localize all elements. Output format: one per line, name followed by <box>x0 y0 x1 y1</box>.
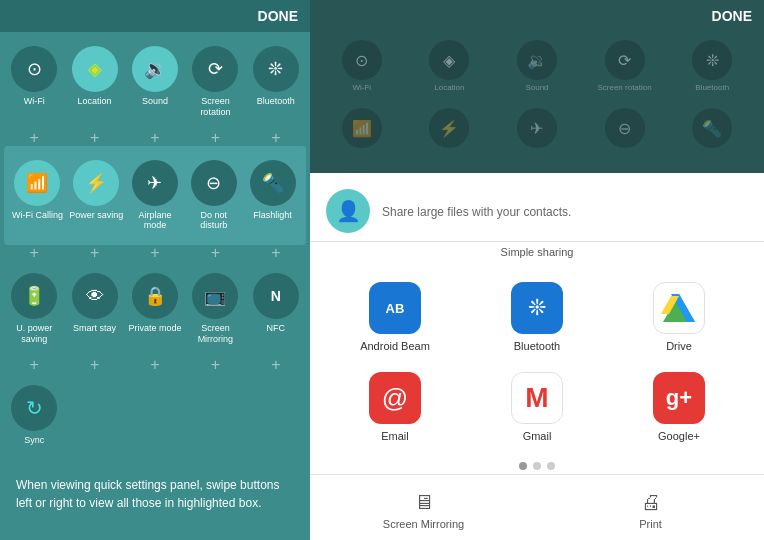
bottom-bar-print[interactable]: Print <box>537 483 764 536</box>
wifi-icon-circle: ⊙ <box>11 46 57 92</box>
overlay-screen-label: Screen rotation <box>597 83 651 92</box>
share-app-drive[interactable]: Drive <box>610 274 748 360</box>
wifi-label: Wi-Fi <box>24 96 45 107</box>
quick-item-smart-stay[interactable]: 👁 Smart stay <box>64 267 124 351</box>
bluetooth-icon-circle: ❊ <box>253 46 299 92</box>
quick-item-wifi[interactable]: ⊙ Wi-Fi <box>4 40 64 124</box>
screen-mirroring-label: Screen Mirroring <box>187 323 243 345</box>
left-done-button[interactable]: DONE <box>258 8 298 24</box>
sync-icon: ↻ <box>26 396 43 420</box>
power-saving-icon: ⚡ <box>85 172 107 194</box>
overlay-flashlight-icon: 🔦 <box>702 119 722 138</box>
overlay-wifi-calling: 📶 <box>318 104 406 155</box>
wifi-calling-label: Wi-Fi Calling <box>12 210 63 221</box>
quick-item-bluetooth[interactable]: ❊ Bluetooth <box>246 40 306 124</box>
overlay-airplane-icon: ✈ <box>530 119 543 138</box>
plus-5: + <box>246 132 306 144</box>
quick-item-flashlight[interactable]: 🔦 Flashlight <box>243 154 302 238</box>
plus-3: + <box>125 132 185 144</box>
quick-item-screen-mirroring[interactable]: 📺 Screen Mirroring <box>185 267 245 351</box>
sound-icon-circle: 🔉 <box>132 46 178 92</box>
quick-item-sound[interactable]: 🔉 Sound <box>125 40 185 124</box>
do-not-disturb-icon-circle: ⊖ <box>191 160 237 206</box>
quick-item-wifi-calling[interactable]: 📶 Wi-Fi Calling <box>8 154 67 238</box>
plus-1: + <box>4 132 64 144</box>
private-mode-label: Private mode <box>128 323 181 334</box>
overlay-wifi: ⊙ Wi-Fi <box>318 36 406 96</box>
plus-6: + <box>4 247 64 259</box>
info-text: When viewing quick settings panel, swipe… <box>0 464 310 524</box>
do-not-disturb-label: Do not disturb <box>186 210 241 232</box>
gmail-icon: M <box>511 372 563 424</box>
quick-item-do-not-disturb[interactable]: ⊖ Do not disturb <box>184 154 243 238</box>
share-person-icon: 👤 <box>336 199 361 223</box>
flashlight-label: Flashlight <box>253 210 292 221</box>
share-app-email[interactable]: @ Email <box>326 364 464 450</box>
share-app-bluetooth[interactable]: ❊ Bluetooth <box>468 274 606 360</box>
overlay-power-saving-icon: ⚡ <box>439 119 459 138</box>
share-app-googleplus[interactable]: g+ Google+ <box>610 364 748 450</box>
bottom-bar-screen-mirroring[interactable]: Screen Mirroring <box>310 483 537 536</box>
private-mode-icon-circle: 🔒 <box>132 273 178 319</box>
nfc-label: NFC <box>267 323 286 334</box>
location-label: Location <box>78 96 112 107</box>
location-icon: ◈ <box>88 58 102 80</box>
overlay-sound-icon: 🔉 <box>527 51 547 70</box>
wifi-calling-icon-circle: 📶 <box>14 160 60 206</box>
drive-svg <box>661 292 697 324</box>
bluetooth-app-symbol: ❊ <box>528 295 546 321</box>
nfc-icon: N <box>271 288 281 304</box>
quick-item-sync[interactable]: ↻ Sync <box>4 379 64 452</box>
right-panel: DONE ⊙ Wi-Fi ◈ Location 🔉 Sound ⟳ Screen… <box>310 0 764 540</box>
share-app-gmail[interactable]: M Gmail <box>468 364 606 450</box>
left-panel: DONE ⊙ Wi-Fi ◈ Location 🔉 Sound ⟳ Screen… <box>0 0 310 540</box>
email-label: Email <box>381 430 409 442</box>
plus-row-1: + + + + + <box>0 132 310 144</box>
plus-13: + <box>125 359 185 371</box>
u-power-saving-label: U. power saving <box>6 323 62 345</box>
share-avatar: 👤 <box>326 189 370 233</box>
quick-item-nfc[interactable]: N NFC <box>246 267 306 351</box>
gmail-label: Gmail <box>523 430 552 442</box>
plus-14: + <box>185 359 245 371</box>
share-description: Share large files with your contacts. <box>382 205 748 219</box>
overlay-power-saving: ⚡ <box>406 104 494 155</box>
overlay-bluetooth-label: Bluetooth <box>695 83 729 92</box>
print-icon <box>641 489 661 515</box>
quick-item-u-power-saving[interactable]: 🔋 U. power saving <box>4 267 64 351</box>
power-saving-icon-circle: ⚡ <box>73 160 119 206</box>
screen-rotation-label: Screen rotation <box>187 96 243 118</box>
right-done-button[interactable]: DONE <box>712 8 752 24</box>
bluetooth-app-icon: ❊ <box>511 282 563 334</box>
quick-item-location[interactable]: ◈ Location <box>64 40 124 124</box>
overlay-disturb-icon: ⊖ <box>618 119 631 138</box>
screen-mirroring-icon-circle: 📺 <box>192 273 238 319</box>
screen-rotation-icon: ⟳ <box>208 58 223 80</box>
screen-rotation-icon-circle: ⟳ <box>192 46 238 92</box>
wifi-icon: ⊙ <box>27 58 42 80</box>
private-mode-icon: 🔒 <box>144 285 166 307</box>
quick-item-private-mode[interactable]: 🔒 Private mode <box>125 267 185 351</box>
overlay-wifi-icon: ⊙ <box>355 51 368 70</box>
print-label: Print <box>639 518 662 530</box>
quick-item-power-saving[interactable]: ⚡ Power saving <box>67 154 126 238</box>
dot-3 <box>547 462 555 470</box>
share-app-android-beam[interactable]: AB Android Beam <box>326 274 464 360</box>
overlay-wifi-calling-circle: 📶 <box>342 108 382 148</box>
overlay-sound-circle: 🔉 <box>517 40 557 80</box>
quick-item-airplane[interactable]: ✈ Airplane mode <box>126 154 185 238</box>
flashlight-icon: 🔦 <box>262 172 284 194</box>
quick-row-3: 🔋 U. power saving 👁 Smart stay 🔒 Private… <box>0 259 310 359</box>
do-not-disturb-icon: ⊖ <box>206 172 221 194</box>
quick-row-4: ↻ Sync <box>0 371 310 460</box>
overlay-airplane: ✈ <box>493 104 581 155</box>
power-saving-label: Power saving <box>69 210 123 221</box>
overlay-sound: 🔉 Sound <box>493 36 581 96</box>
plus-15: + <box>246 359 306 371</box>
quick-item-screen-rotation[interactable]: ⟳ Screen rotation <box>185 40 245 124</box>
airplane-icon-circle: ✈ <box>132 160 178 206</box>
plus-2: + <box>64 132 124 144</box>
overlay-sound-label: Sound <box>525 83 548 92</box>
share-header: 👤 Share large files with your contacts. <box>310 173 764 242</box>
smart-stay-icon-circle: 👁 <box>72 273 118 319</box>
